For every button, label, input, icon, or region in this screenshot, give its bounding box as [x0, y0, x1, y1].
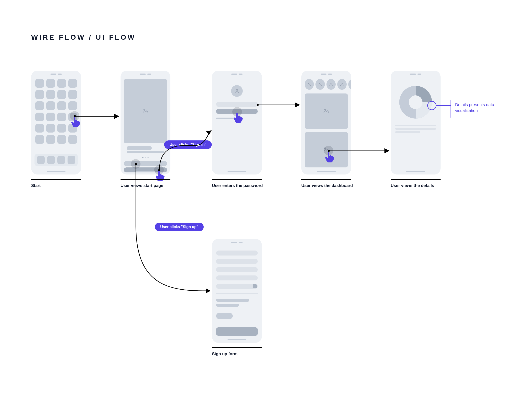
dock — [34, 154, 78, 166]
chip — [216, 313, 233, 319]
text-line — [216, 304, 239, 307]
svg-point-2 — [309, 83, 310, 84]
detail-line — [395, 131, 420, 133]
pointer-hand-icon — [233, 112, 244, 125]
username-field[interactable] — [216, 102, 258, 107]
caption-rule — [31, 179, 81, 180]
pointer-hand-icon — [71, 116, 81, 129]
flow-arrows — [0, 0, 532, 403]
connector-dot — [257, 104, 259, 106]
detail-line — [395, 125, 436, 126]
donut-chart — [399, 85, 433, 120]
svg-point-10 — [409, 95, 423, 109]
text-line — [216, 299, 249, 302]
annotation-circle — [427, 101, 437, 110]
page-title: WIRE FLOW / UI FLOW — [31, 33, 136, 41]
toggle-icon — [253, 284, 257, 288]
image-icon — [323, 108, 329, 114]
screen-start-page — [120, 71, 171, 175]
connector-dot — [135, 163, 137, 165]
field-2[interactable] — [216, 259, 258, 264]
action-pill-signup: User clicks "Sign up" — [155, 223, 204, 231]
avatar-icon — [305, 79, 314, 90]
headline — [127, 146, 152, 150]
caption-start-page: User views start page — [120, 183, 163, 189]
story-avatars — [305, 79, 351, 90]
caption-rule — [120, 179, 171, 180]
field-4[interactable] — [216, 276, 258, 280]
caption-dashboard: User views the dashboard — [301, 183, 353, 189]
screen-signup-form — [212, 239, 262, 343]
field-3[interactable] — [216, 267, 258, 272]
field-1[interactable] — [216, 251, 258, 256]
app-grid — [35, 79, 77, 144]
caption-password: User enters the password — [212, 183, 263, 189]
screen-start — [31, 71, 81, 175]
caption-start: Start — [31, 183, 41, 189]
annotation-connector — [450, 100, 451, 118]
annotation-connector — [437, 105, 451, 106]
subline — [127, 151, 164, 153]
pointer-hand-icon — [325, 151, 335, 164]
screen-password — [212, 71, 262, 175]
dock-app — [37, 156, 45, 164]
svg-point-7 — [325, 109, 326, 110]
image-icon — [142, 108, 149, 114]
action-pill-signin: User clicks "Sign in" — [164, 140, 212, 149]
screen-dashboard — [301, 71, 351, 175]
hero-image — [124, 79, 167, 143]
home-indicator — [47, 171, 65, 172]
submit-button[interactable] — [216, 327, 258, 336]
svg-point-5 — [341, 83, 343, 84]
caption-signup: Sign up form — [212, 351, 238, 357]
pointer-hand-icon — [155, 170, 165, 183]
svg-point-0 — [144, 109, 145, 110]
svg-point-4 — [330, 83, 332, 84]
caption-details: User views the details — [391, 183, 434, 189]
avatar — [231, 85, 243, 97]
svg-point-3 — [319, 83, 321, 84]
app-icon — [35, 79, 44, 88]
divider — [216, 293, 258, 294]
field-5[interactable] — [216, 284, 258, 289]
svg-point-1 — [236, 89, 238, 91]
card-1 — [305, 94, 348, 129]
phone-speaker — [51, 74, 62, 75]
page-dots — [142, 157, 149, 158]
screen-details — [391, 71, 441, 175]
annotation-text: Details presents data visualization — [455, 102, 513, 113]
detail-line — [395, 128, 436, 130]
